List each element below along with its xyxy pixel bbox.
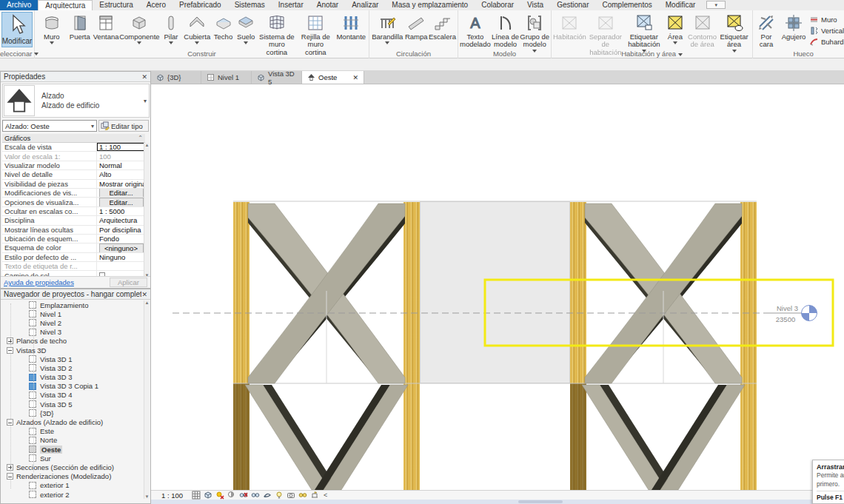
reveal-hidden-icon[interactable] (275, 491, 284, 500)
tree-item-vista3d4[interactable]: Vista 3D 4 (1, 391, 144, 400)
tool-ventana[interactable]: Ventana (93, 12, 119, 41)
collapse-bar-icon[interactable]: < (324, 491, 327, 499)
reveal-constraints-icon[interactable] (310, 491, 319, 500)
expand-icon[interactable] (7, 337, 13, 344)
panel-label-habitacion[interactable]: Habitación y área (552, 50, 752, 58)
tool-barandilla[interactable]: Barandilla (371, 12, 404, 44)
menu-analizar[interactable]: Analizar (345, 0, 385, 10)
rendering-dialog-icon[interactable] (287, 491, 295, 500)
shadows-icon[interactable] (227, 491, 236, 500)
tree-item-este[interactable]: Este (1, 427, 144, 436)
group-header-graficos[interactable]: Gráficos⌃ (2, 134, 145, 143)
crop-view-icon[interactable] (239, 491, 248, 500)
instance-selector[interactable]: Alzado: Oeste▾ (2, 120, 97, 132)
tool-agujero[interactable]: Agujero (778, 12, 809, 41)
type-selector[interactable]: AlzadoAlzado de edificio ▾ (2, 84, 150, 118)
tool-componente[interactable]: Componente (119, 12, 159, 44)
sun-path-icon[interactable] (215, 491, 224, 500)
prop-row-estilo[interactable]: Estilo por defecto de ...Ninguno (2, 253, 145, 262)
prop-row-opciones[interactable]: Opciones de visualiza...Editar... (2, 198, 145, 206)
tree-item-norte[interactable]: Norte (1, 436, 144, 445)
tree-item-vista3d1[interactable]: Vista 3D 1 (1, 355, 144, 363)
prop-row-modificaciones[interactable]: Modificaciones de vis...Editar... (2, 189, 145, 198)
properties-help-link[interactable]: Ayuda de propiedades (4, 278, 74, 286)
expand-icon[interactable] (7, 464, 13, 471)
menu-sistemas[interactable]: Sistemas (228, 0, 272, 10)
menu-prefabricado[interactable]: Prefabricado (173, 0, 228, 10)
menu-masa[interactable]: Masa y emplazamiento (385, 0, 475, 10)
prop-row-disciplina[interactable]: DisciplinaArquitectura (2, 216, 145, 225)
prop-row-ubicacion[interactable]: Ubicación de esquem...Fondo (2, 235, 145, 243)
menu-vista[interactable]: Vista (520, 0, 550, 10)
chevron-down-icon[interactable]: ▾ (144, 98, 147, 104)
collapse-chevron-icon[interactable]: ⌃ (138, 135, 143, 141)
tool-hueco-buhardilla[interactable]: Buhardilla (809, 36, 844, 47)
tab-oeste[interactable]: Oeste✕ (302, 71, 364, 84)
tree-group-secciones[interactable]: Secciones (Sección de edificio) (1, 463, 144, 471)
tool-etiquetar-area[interactable]: Etiquetar área (717, 12, 751, 53)
tool-escalera[interactable]: Escalera (429, 12, 456, 41)
temporary-hide-isolate-icon[interactable] (298, 491, 307, 500)
displacement-icon[interactable] (263, 491, 272, 500)
tool-por-cara[interactable]: Por cara (754, 12, 778, 49)
tool-texto-modelado[interactable]: Texto modelado (460, 12, 491, 49)
prop-row-esquema[interactable]: Esquema de color<ninguno> (2, 243, 145, 252)
show-crop-region-icon[interactable] (251, 491, 260, 500)
menu-colaborar[interactable]: Colaborar (475, 0, 520, 10)
menu-modificar[interactable]: Modificar (659, 0, 703, 10)
tool-etiquetar-habitacion[interactable]: Etiquetar habitación (625, 12, 663, 53)
prop-row-piezas[interactable]: Visibilidad de piezasMostrar original (2, 180, 145, 189)
visual-style-icon[interactable] (204, 491, 212, 500)
brace-module-left[interactable] (245, 204, 408, 490)
tool-hueco-vertical[interactable]: Vertical (809, 25, 844, 36)
collapse-icon[interactable] (7, 419, 13, 426)
tool-pilar[interactable]: Pilar (160, 12, 183, 44)
tree-item-nivel1[interactable]: Nivel 1 (1, 309, 144, 318)
tool-suelo[interactable]: Suelo (235, 12, 258, 44)
prop-row-escala[interactable]: Escala de vista1 : 100 (2, 143, 145, 152)
tool-linea-de-modelo[interactable]: Línea de modelo (491, 12, 520, 49)
tree-item-emplazamiento[interactable]: Emplazamiento (1, 300, 144, 309)
tree-item-vista3d3-copia[interactable]: Vista 3D 3 Copia 1 (1, 382, 144, 391)
tool-area[interactable]: Área (663, 12, 687, 44)
horizontal-scrollbar[interactable] (518, 500, 563, 503)
tree-item-vista3d3[interactable]: Vista 3D 3 (1, 373, 144, 382)
tree-group-alzados[interactable]: Alzados (Alzado de edificio) (1, 417, 144, 426)
edit-type-button[interactable]: Editar tipo (98, 120, 149, 132)
panel-label-seleccionar[interactable]: Seleccionar (0, 50, 34, 58)
collapse-icon[interactable] (7, 347, 13, 354)
tab-3d[interactable]: {3D} (151, 71, 201, 84)
tree-item-oeste[interactable]: Oeste (1, 445, 144, 454)
drawing-area[interactable]: Nivel 3 23500 (151, 84, 844, 490)
ninguno-button[interactable]: <ninguno> (99, 243, 144, 252)
collapse-icon[interactable] (7, 473, 13, 480)
tool-puerta[interactable]: Puerta (67, 12, 93, 41)
menu-complementos[interactable]: Complementos (596, 0, 659, 10)
tab-vista-3d-5[interactable]: Vista 3D 5 (252, 71, 302, 84)
tree-item-vista3d2[interactable]: Vista 3D 2 (1, 363, 144, 372)
prop-row-visualizar[interactable]: Visualizar modeloNormal (2, 161, 145, 170)
tree-item-sur[interactable]: Sur (1, 454, 144, 463)
level-line-nivel-3[interactable]: Nivel 3 23500 (173, 304, 817, 323)
editar-button[interactable]: Editar... (99, 189, 144, 197)
structure-braces[interactable]: Nivel 3 23500 (151, 84, 844, 490)
tree-group-planos-techo[interactable]: Planos de techo (1, 337, 144, 346)
menu-acero[interactable]: Acero (140, 0, 173, 10)
menu-gestionar[interactable]: Gestionar (550, 0, 595, 10)
ribbon-display-toggle[interactable]: ▾ (706, 1, 726, 9)
tool-techo[interactable]: Techo (212, 12, 235, 41)
tool-cubierta[interactable]: Cubierta (182, 12, 212, 44)
tree-item-3d[interactable]: {3D} (1, 409, 144, 417)
editar-button[interactable]: Editar... (99, 198, 144, 206)
tree-group-renderizaciones[interactable]: Renderizaciones (Modelizado) (1, 472, 144, 481)
tool-montante[interactable]: Montante (335, 12, 367, 41)
tool-rampa[interactable]: Rampa (404, 12, 429, 41)
tree-item-vista3d5[interactable]: Vista 3D 5 (1, 400, 144, 409)
tree-item-exterior2[interactable]: exterior 2 (1, 490, 144, 499)
detail-level-icon[interactable] (192, 491, 201, 500)
tree-group-vistas-3d[interactable]: Vistas 3D (1, 346, 144, 355)
prop-row-detalle[interactable]: Nivel de detalleAlto (2, 170, 145, 179)
properties-scrollbar[interactable]: ▲▼ (144, 143, 150, 278)
menu-insertar[interactable]: Insertar (272, 0, 310, 10)
tool-muro[interactable]: Muro (36, 12, 67, 44)
